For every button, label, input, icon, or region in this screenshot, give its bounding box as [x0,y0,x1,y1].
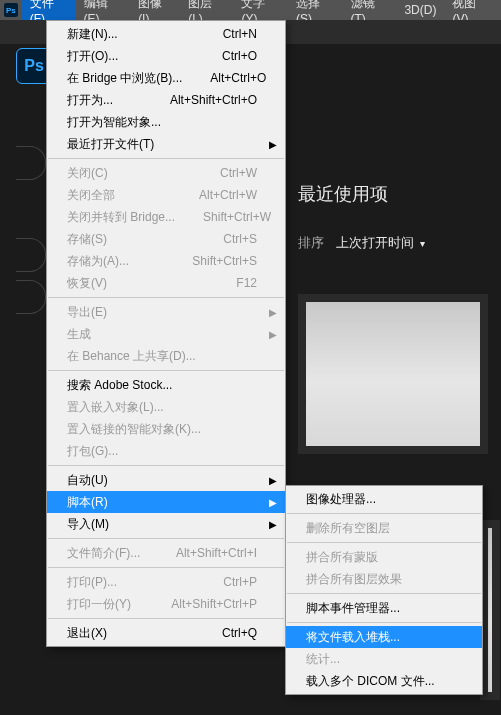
file-menu-item: 导出(E)▶ [47,301,285,323]
file-menu-item[interactable]: 退出(X)Ctrl+Q [47,622,285,644]
script-submenu-item[interactable]: 图像处理器... [286,488,482,510]
menu-item-label: 打开为... [67,92,142,109]
file-menu-item: 打印(P)...Ctrl+P [47,571,285,593]
submenu-arrow-icon: ▶ [269,497,277,508]
separator [48,538,284,539]
menu-item-shortcut: F12 [236,276,257,290]
menu-item-label: 打开为智能对象... [67,114,257,131]
menu-3D(D)[interactable]: 3D(D) [396,0,444,20]
menu-item-shortcut: Alt+Ctrl+W [199,188,257,202]
menu-item-label: 拼合所有蒙版 [306,549,454,566]
menu-item-label: 退出(X) [67,625,194,642]
script-submenu-item[interactable]: 载入多个 DICOM 文件... [286,670,482,692]
separator [48,465,284,466]
sort-row[interactable]: 排序 上次打开时间 ▾ [298,234,501,252]
sort-label: 排序 [298,234,324,252]
recent-thumbnail[interactable] [298,294,488,454]
menu-item-label: 关闭全部 [67,187,171,204]
menu-item-label: 置入嵌入对象(L)... [67,399,257,416]
file-menu-item[interactable]: 脚本(R)▶ [47,491,285,513]
menu-item-label: 删除所有空图层 [306,520,454,537]
menu-item-label: 打包(G)... [67,443,257,460]
file-menu-item: 在 Behance 上共享(D)... [47,345,285,367]
menu-item-shortcut: Shift+Ctrl+W [203,210,271,224]
menu-item-shortcut: Ctrl+P [223,575,257,589]
menu-item-label: 在 Behance 上共享(D)... [67,348,257,365]
file-menu-item: 文件简介(F)...Alt+Shift+Ctrl+I [47,542,285,564]
menu-item-shortcut: Alt+Shift+Ctrl+O [170,93,257,107]
menu-文字(Y)[interactable]: 文字(Y) [233,0,288,20]
menu-滤镜(T)[interactable]: 滤镜(T) [343,0,397,20]
script-submenu-item: 拼合所有图层效果 [286,568,482,590]
file-menu-item[interactable]: 自动(U)▶ [47,469,285,491]
separator [287,542,481,543]
menu-item-label: 拼合所有图层效果 [306,571,454,588]
menu-item-shortcut: Ctrl+Q [222,626,257,640]
menu-item-label: 打开(O)... [67,48,194,65]
chevron-down-icon: ▾ [420,238,425,249]
separator [48,297,284,298]
script-submenu-dropdown: 图像处理器...删除所有空图层拼合所有蒙版拼合所有图层效果脚本事件管理器...将… [285,485,483,695]
file-menu-item: 关闭全部Alt+Ctrl+W [47,184,285,206]
menu-图像(I)[interactable]: 图像(I) [130,0,180,20]
menu-item-label: 脚本(R) [67,494,257,511]
file-menu-item[interactable]: 最近打开文件(T)▶ [47,133,285,155]
separator [287,622,481,623]
submenu-arrow-icon: ▶ [269,307,277,318]
file-menu-item[interactable]: 搜索 Adobe Stock... [47,374,285,396]
menu-item-label: 在 Bridge 中浏览(B)... [67,70,182,87]
submenu-arrow-icon: ▶ [269,519,277,530]
separator [48,618,284,619]
ps-badge-small: Ps [4,3,18,17]
menu-item-label: 恢复(V) [67,275,208,292]
menu-item-shortcut: Alt+Ctrl+O [210,71,266,85]
sort-value: 上次打开时间 [336,234,414,252]
menu-item-label: 生成 [67,326,257,343]
separator [287,513,481,514]
menu-item-shortcut: Shift+Ctrl+S [192,254,257,268]
menu-item-label: 打印一份(Y) [67,596,143,613]
menubar: Ps 文件(F)编辑(E)图像(I)图层(L)文字(Y)选择(S)滤镜(T)3D… [0,0,501,20]
menu-item-shortcut: Ctrl+O [222,49,257,63]
left-panel-button[interactable] [16,238,46,272]
file-menu-item[interactable]: 新建(N)...Ctrl+N [47,23,285,45]
file-menu-item: 置入链接的智能对象(K)... [47,418,285,440]
file-menu-item[interactable]: 在 Bridge 中浏览(B)...Alt+Ctrl+O [47,67,285,89]
menu-item-label: 统计... [306,651,454,668]
menu-item-label: 导出(E) [67,304,257,321]
menu-编辑(E)[interactable]: 编辑(E) [76,0,131,20]
file-menu-item: 打包(G)... [47,440,285,462]
file-menu-item[interactable]: 打开(O)...Ctrl+O [47,45,285,67]
separator [48,567,284,568]
menu-item-label: 图像处理器... [306,491,454,508]
file-menu-dropdown: 新建(N)...Ctrl+N打开(O)...Ctrl+O在 Bridge 中浏览… [46,20,286,647]
menu-item-shortcut: Ctrl+N [223,27,257,41]
file-menu-item: 关闭并转到 Bridge...Shift+Ctrl+W [47,206,285,228]
menu-item-label: 将文件载入堆栈... [306,629,454,646]
menu-item-label: 新建(N)... [67,26,195,43]
menu-item-shortcut: Alt+Shift+Ctrl+P [171,597,257,611]
file-menu-item: 打印一份(Y)Alt+Shift+Ctrl+P [47,593,285,615]
recent-thumbnail[interactable] [480,520,500,700]
menu-item-label: 脚本事件管理器... [306,600,454,617]
file-menu-item: 关闭(C)Ctrl+W [47,162,285,184]
menu-视图(V)[interactable]: 视图(V) [444,0,499,20]
menu-item-label: 搜索 Adobe Stock... [67,377,257,394]
menu-文件(F)[interactable]: 文件(F) [22,0,76,20]
menu-item-shortcut: Ctrl+S [223,232,257,246]
menu-图层(L)[interactable]: 图层(L) [180,0,233,20]
script-submenu-item[interactable]: 脚本事件管理器... [286,597,482,619]
script-submenu-item: 统计... [286,648,482,670]
file-menu-item: 存储为(A)...Shift+Ctrl+S [47,250,285,272]
menu-item-label: 关闭并转到 Bridge... [67,209,175,226]
file-menu-item[interactable]: 导入(M)▶ [47,513,285,535]
menu-选择(S)[interactable]: 选择(S) [288,0,343,20]
submenu-arrow-icon: ▶ [269,475,277,486]
left-panel-button[interactable] [16,280,46,314]
file-menu-item[interactable]: 打开为...Alt+Shift+Ctrl+O [47,89,285,111]
file-menu-item[interactable]: 打开为智能对象... [47,111,285,133]
menu-item-shortcut: Ctrl+W [220,166,257,180]
script-submenu-item[interactable]: 将文件载入堆栈... [286,626,482,648]
file-menu-item: 置入嵌入对象(L)... [47,396,285,418]
left-panel-button[interactable] [16,146,46,180]
